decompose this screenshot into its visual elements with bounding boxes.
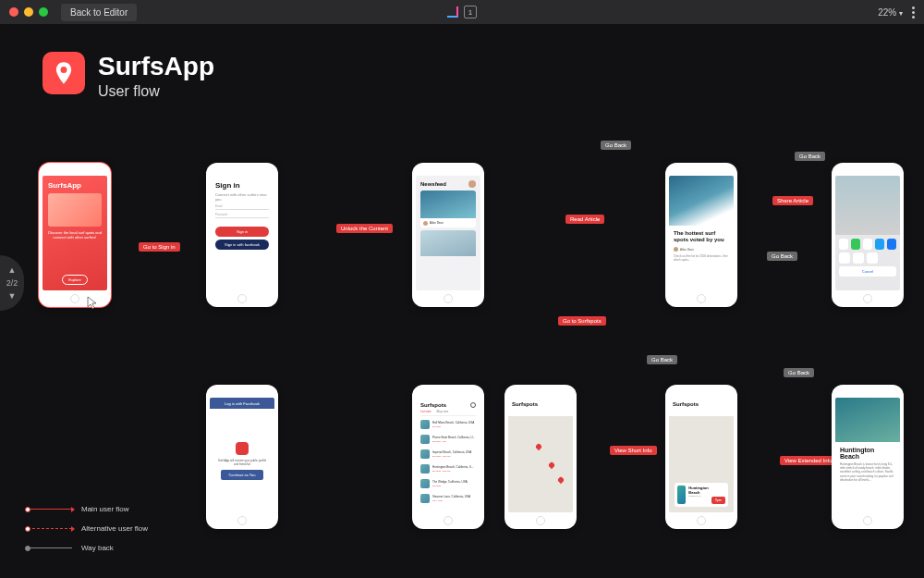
legend: Main user flow Alternative user flow Way… — [28, 505, 148, 552]
screen-article[interactable]: Single Article The hottest surf spots vo… — [665, 163, 737, 307]
spot-title: Huntington Beach — [840, 447, 895, 460]
tab-map: Map view — [437, 410, 449, 413]
surfer-image — [48, 193, 102, 227]
flow-label-signin: Go to Sign in — [139, 242, 180, 252]
close-icon[interactable] — [9, 7, 18, 17]
screen-signin[interactable]: Sign in Sign in Connect with other surfe… — [206, 163, 278, 307]
spot-hero-image — [835, 398, 900, 442]
continue-button: Continue as You — [221, 470, 262, 480]
minimize-icon[interactable] — [24, 7, 33, 17]
project-header: SurfsApp User flow — [43, 52, 214, 100]
screen-surfspots-map[interactable]: Surfspots - Map Surfspots — [505, 385, 577, 529]
spot-thumb — [677, 486, 686, 504]
home-button-icon — [444, 516, 453, 525]
spots-title: Surfspots — [512, 401, 569, 407]
signin-fb-button: Sign in with facebook — [215, 240, 269, 250]
spot-card-sub: California, USA — [688, 495, 708, 497]
copy-icon — [839, 252, 850, 264]
screen-newsfeed[interactable]: Locked Content Newsfeed Alton Dean — [412, 163, 484, 307]
share-backdrop — [835, 176, 900, 235]
fb-header: Log in with Facebook — [210, 398, 274, 409]
list-item: Huntington Beach, California, U...Big wa… — [420, 462, 476, 475]
home-button-icon — [444, 294, 453, 303]
chevron-down-icon: ▾ — [899, 9, 903, 18]
home-button-icon — [863, 294, 872, 303]
email-field: Email — [215, 204, 269, 210]
list-item: The Wedge, California, USABig waves — [420, 477, 476, 490]
list-item: Pismo State Beach, California, U...Big w… — [420, 433, 476, 446]
legend-main: Main user flow — [81, 505, 129, 513]
map-pin-icon — [557, 476, 565, 484]
home-button-icon — [70, 294, 79, 303]
spots-title: Surfspots — [673, 401, 730, 407]
more-menu-icon[interactable] — [912, 6, 915, 18]
screen-welcome[interactable]: Welcome screen SurfsApp Discover the loc… — [39, 163, 111, 307]
flow-label-viewshort: View Short Info — [610, 446, 657, 455]
project-subtitle: User flow — [98, 83, 214, 100]
page-count: 2/2 — [6, 278, 18, 288]
list-item: Imperial Beach, California, USABig waves… — [420, 448, 476, 461]
app-logo-icon — [236, 442, 249, 455]
maximize-icon[interactable] — [39, 7, 48, 17]
tab-list: List view — [420, 410, 432, 413]
flow-label-read: Read Article — [565, 215, 604, 224]
flow-mode-icon[interactable] — [447, 6, 458, 18]
home-button-icon — [237, 516, 247, 525]
home-button-icon — [863, 516, 872, 525]
project-title: SurfsApp — [98, 52, 214, 81]
flow-label-goback-4: Go Back — [784, 368, 814, 377]
home-button-icon — [536, 516, 545, 525]
messages-icon — [851, 239, 860, 250]
home-button-icon — [237, 294, 247, 303]
screen-fb-auth[interactable]: Log in with Facebook SurfsApp will recei… — [206, 385, 278, 529]
feed-image-partial — [420, 230, 476, 256]
mode-toggle[interactable]: 1 — [447, 6, 477, 18]
flow-label-unlock: Unlock the Content — [336, 224, 393, 233]
facebook-icon — [887, 239, 896, 250]
canvas[interactable]: ▲ 2/2 ▼ SurfsApp User flow — [0, 24, 924, 578]
author-name: Alton Dean — [430, 221, 444, 225]
map-pin-icon — [535, 443, 542, 450]
flow-label-viewext: View Extended Info — [780, 456, 837, 465]
flow-label-goback-5: Go Back — [647, 355, 677, 364]
page-mode-icon[interactable]: 1 — [464, 6, 477, 18]
airdrop-icon — [839, 239, 848, 250]
avatar-icon — [468, 180, 476, 188]
screen-spot-detail[interactable]: Spot - Extended info Huntington Beach Hu… — [832, 385, 904, 529]
legend-back: Way back — [81, 544, 114, 552]
app-logo-icon — [43, 52, 85, 94]
zoom-level[interactable]: 22% ▾ — [878, 7, 903, 18]
home-button-icon — [697, 516, 706, 525]
more-icon — [867, 252, 878, 264]
screen-surfspots-list[interactable]: Surfspots - List Surfspots List viewMap … — [412, 385, 484, 529]
signin-title: Sign in — [215, 181, 269, 190]
screen-spot-card[interactable]: Surfspots Huntington Beach California, U… — [665, 385, 737, 529]
list-item: Steamer Lane, California, USAReef · Smal… — [420, 492, 476, 505]
explore-button: Explore — [62, 275, 88, 285]
window-controls — [9, 7, 48, 17]
feed-image — [420, 191, 476, 218]
author-name: Alton Dean — [680, 248, 694, 252]
fb-desc: SurfsApp will receive your public profil… — [215, 459, 269, 466]
list-item: Half Moon Beach, California, USABig wave… — [420, 418, 476, 431]
flow-label-goback-3: Go Back — [767, 252, 797, 261]
author-avatar-icon — [674, 247, 678, 252]
password-field: Password — [215, 213, 269, 218]
author-avatar-icon — [423, 221, 428, 226]
open-button: Open — [711, 497, 725, 504]
article-excerpt: Check out the list for 2018 destinations… — [674, 254, 729, 262]
mail-icon — [863, 239, 872, 250]
search-icon — [470, 402, 476, 408]
screen-share[interactable]: Share sheet Cancel — [832, 163, 904, 307]
map-pin-icon — [548, 461, 555, 469]
home-button-icon — [697, 294, 706, 303]
page-up-icon[interactable]: ▲ — [8, 265, 17, 275]
page-down-icon[interactable]: ▼ — [8, 291, 17, 301]
signin-button: Sign in — [215, 227, 269, 237]
welcome-title: SurfsApp — [48, 181, 102, 190]
article-title: The hottest surf spots voted by you — [674, 230, 729, 243]
page-indicator[interactable]: ▲ 2/2 ▼ — [0, 255, 24, 311]
flow-label-goback-2: Go Back — [795, 152, 825, 161]
print-icon — [853, 252, 864, 264]
back-to-editor-button[interactable]: Back to Editor — [61, 4, 137, 21]
